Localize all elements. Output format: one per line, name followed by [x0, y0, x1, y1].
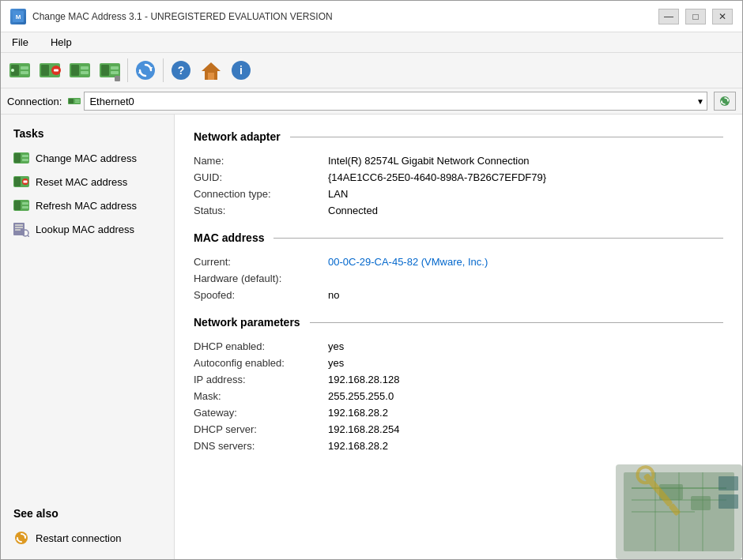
close-button[interactable]: ✕ [712, 9, 733, 24]
mac-address-table: Current: 00-0C-29-CA-45-82 (VMware, Inc.… [194, 254, 723, 303]
tasks-section-title: Tasks [1, 124, 174, 146]
maximize-button[interactable]: □ [685, 9, 706, 24]
reset-mac-icon [13, 174, 29, 190]
sidebar-item-restart-connection[interactable]: Restart connection [1, 526, 174, 550]
adapter-guid-value: {14AE1CC6-25E0-4640-898A-7B26C7EFDF79} [328, 171, 723, 183]
svg-rect-49 [15, 224, 23, 226]
toolbar-more-button[interactable] [96, 56, 124, 85]
dns-servers-row: DNS servers: 192.168.28.2 [194, 438, 723, 454]
svg-point-20 [136, 61, 155, 80]
adapter-connection-type-row: Connection type: LAN [194, 186, 723, 202]
mask-row: Mask: 255.255.255.0 [194, 388, 723, 404]
mac-hardware-label: Hardware (default): [194, 272, 328, 284]
connection-dropdown[interactable]: Ethernet0 [84, 92, 707, 111]
mac-address-divider [273, 238, 723, 239]
mac-spoofed-row: Spoofed: no [194, 287, 723, 303]
toolbar: ? i [1, 53, 742, 88]
svg-rect-5 [21, 71, 28, 74]
svg-rect-31 [75, 100, 80, 101]
sidebar-spacer [1, 241, 174, 504]
toolbar-info-button[interactable]: i [227, 56, 255, 85]
mac-current-value[interactable]: 00-0C-29-CA-45-82 (VMware, Inc.) [328, 256, 723, 268]
dhcp-enabled-row: DHCP enabled: yes [194, 338, 723, 355]
svg-rect-14 [81, 71, 89, 74]
minimize-button[interactable]: — [658, 9, 679, 24]
sidebar-reset-mac-label: Reset MAC address [36, 176, 127, 188]
svg-point-6 [11, 69, 14, 72]
sidebar-item-change-mac[interactable]: Change MAC address [1, 146, 174, 170]
svg-rect-10 [54, 70, 58, 72]
autoconfig-enabled-label: Autoconfig enabled: [194, 357, 328, 369]
svg-rect-12 [71, 65, 79, 76]
toolbar-lookup-mac-button[interactable] [66, 56, 94, 85]
window-title: Change MAC Address 3.1 - UNREGISTERED EV… [32, 11, 333, 22]
dhcp-server-value: 192.168.28.254 [328, 423, 723, 435]
ip-address-label: IP address: [194, 374, 328, 385]
svg-text:?: ? [178, 64, 185, 77]
mac-address-title: MAC address [194, 231, 264, 244]
connection-bar: Connection: Ethernet0 ▼ [1, 88, 742, 115]
toolbar-separator-2 [163, 58, 164, 82]
sidebar-item-refresh-mac[interactable]: Refresh MAC address [1, 194, 174, 217]
menu-bar: File Help [1, 32, 742, 53]
network-adapter-title: Network adapter [194, 130, 281, 143]
dhcp-enabled-value: yes [328, 340, 723, 352]
dhcp-server-row: DHCP server: 192.168.28.254 [194, 421, 723, 438]
network-params-divider [310, 322, 723, 323]
svg-rect-69 [643, 473, 673, 507]
see-also-section-title: See also [1, 504, 174, 526]
svg-rect-18 [111, 71, 119, 74]
sidebar-restart-connection-label: Restart connection [36, 532, 121, 544]
svg-text:i: i [239, 64, 243, 77]
mac-address-section-header: MAC address [194, 231, 723, 244]
sidebar-item-reset-mac[interactable]: Reset MAC address [1, 170, 174, 194]
network-params-table: DHCP enabled: yes Autoconfig enabled: ye… [194, 338, 723, 454]
svg-rect-41 [14, 177, 21, 186]
connection-refresh-button[interactable] [714, 92, 736, 111]
mac-spoofed-label: Spoofed: [194, 289, 328, 301]
svg-rect-19 [115, 76, 120, 81]
toolbar-help-button[interactable]: ? [167, 56, 195, 85]
svg-rect-32 [75, 102, 80, 103]
sidebar-change-mac-label: Change MAC address [36, 152, 137, 164]
toolbar-home-button[interactable] [197, 56, 225, 85]
network-params-section-header: Network parameters [194, 316, 723, 329]
svg-rect-50 [15, 227, 23, 228]
connection-label: Connection: [7, 96, 62, 107]
svg-line-53 [28, 235, 29, 237]
autoconfig-enabled-row: Autoconfig enabled: yes [194, 355, 723, 371]
svg-text:M: M [16, 13, 21, 21]
mac-hardware-value [328, 272, 723, 284]
svg-rect-65 [659, 484, 683, 500]
dhcp-enabled-label: DHCP enabled: [194, 340, 328, 352]
toolbar-reset-mac-button[interactable] [36, 56, 64, 85]
ip-address-row: IP address: 192.168.28.128 [194, 371, 723, 388]
toolbar-refresh-button[interactable] [131, 56, 160, 85]
change-mac-icon [13, 150, 29, 166]
sidebar-lookup-mac-label: Lookup MAC address [36, 224, 134, 235]
refresh-mac-icon [13, 197, 29, 213]
network-adapter-table: Name: Intel(R) 82574L Gigabit Network Co… [194, 152, 723, 219]
restart-connection-icon [13, 530, 29, 546]
sidebar-refresh-mac-label: Refresh MAC address [36, 200, 137, 212]
connection-select-wrapper: Ethernet0 ▼ [68, 92, 707, 111]
adapter-name-row: Name: Intel(R) 82574L Gigabit Network Co… [194, 152, 723, 169]
svg-rect-66 [691, 496, 711, 510]
adapter-guid-label: GUID: [194, 171, 328, 183]
gateway-label: Gateway: [194, 407, 328, 419]
svg-point-70 [634, 464, 656, 486]
menu-file[interactable]: File [7, 34, 33, 51]
mac-hardware-row: Hardware (default): [194, 270, 723, 287]
mask-value: 255.255.255.0 [328, 390, 723, 402]
network-adapter-divider [290, 137, 723, 137]
svg-rect-13 [81, 66, 89, 70]
dns-servers-value: 192.168.28.2 [328, 440, 723, 452]
sidebar-item-lookup-mac[interactable]: Lookup MAC address [1, 217, 174, 241]
gateway-row: Gateway: 192.168.28.2 [194, 404, 723, 421]
toolbar-change-mac-button[interactable] [6, 56, 34, 85]
network-adapter-section-header: Network adapter [194, 130, 723, 143]
adapter-status-row: Status: Connected [194, 202, 723, 219]
svg-rect-67 [718, 476, 738, 490]
menu-help[interactable]: Help [46, 34, 77, 51]
sidebar: Tasks Change MAC address [1, 115, 175, 559]
